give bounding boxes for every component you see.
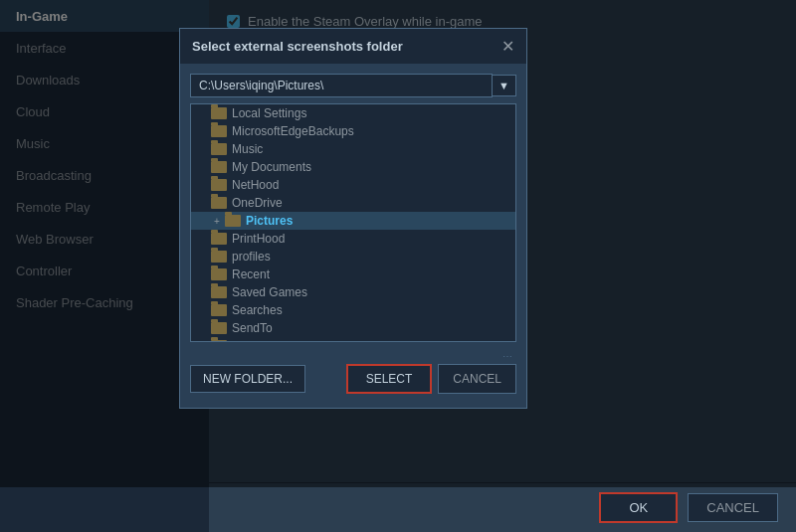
folder-icon — [211, 197, 227, 209]
expand-icon: + — [211, 215, 223, 227]
folder-icon — [211, 125, 227, 137]
modal-action-buttons: SELECT CANCEL — [346, 364, 516, 394]
file-tree[interactable]: Local Settings MicrosoftEdgeBackups Musi… — [190, 103, 516, 342]
folder-icon — [211, 322, 227, 334]
tree-item-my-documents[interactable]: My Documents — [191, 158, 515, 176]
modal-header: Select external screenshots folder ✕ — [180, 29, 526, 64]
tree-label: Recent — [232, 267, 270, 281]
tree-item-local-settings[interactable]: Local Settings — [191, 104, 515, 122]
path-dropdown-button[interactable]: ▼ — [493, 75, 516, 96]
tree-item-profiles[interactable]: profiles — [191, 248, 515, 266]
modal-cancel-button[interactable]: CANCEL — [438, 364, 516, 394]
new-folder-button[interactable]: NEW FOLDER... — [190, 365, 305, 393]
tree-label: Start Menu — [232, 339, 291, 342]
folder-icon — [211, 161, 227, 173]
tree-item-saved-games[interactable]: Saved Games — [191, 283, 515, 301]
tree-label: Pictures — [246, 214, 293, 228]
path-row: ▼ — [190, 74, 516, 97]
folder-icon — [211, 268, 227, 280]
path-input[interactable] — [190, 74, 493, 97]
tree-label: Saved Games — [232, 285, 307, 299]
tree-item-sendto[interactable]: SendTo — [191, 319, 515, 337]
tree-label: Searches — [232, 303, 283, 317]
tree-label: PrintHood — [232, 232, 285, 246]
tree-item-printhood[interactable]: PrintHood — [191, 230, 515, 248]
resize-handle[interactable]: ⋯ — [190, 350, 516, 364]
tree-label: Local Settings — [232, 106, 306, 120]
folder-icon — [211, 340, 227, 342]
bottom-bar: OK CANCEL — [209, 482, 796, 532]
tree-label: NetHood — [232, 178, 279, 192]
modal-dialog: Select external screenshots folder ✕ ▼ L… — [179, 28, 527, 409]
tree-label: profiles — [232, 250, 271, 264]
tree-item-start-menu[interactable]: Start Menu — [191, 337, 515, 342]
modal-title: Select external screenshots folder — [192, 39, 403, 54]
folder-icon — [211, 251, 227, 263]
tree-item-music[interactable]: Music — [191, 140, 515, 158]
folder-icon — [211, 304, 227, 316]
tree-label: Music — [232, 142, 263, 156]
modal-close-button[interactable]: ✕ — [501, 37, 514, 56]
modal-footer: NEW FOLDER... SELECT CANCEL — [190, 364, 516, 398]
tree-label: My Documents — [232, 160, 311, 174]
tree-item-recent[interactable]: Recent — [191, 266, 515, 283]
folder-icon — [211, 107, 227, 119]
folder-icon — [211, 286, 227, 298]
tree-label: OneDrive — [232, 196, 283, 210]
folder-icon — [211, 179, 227, 191]
ok-button[interactable]: OK — [599, 492, 678, 523]
tree-item-onedrive[interactable]: OneDrive — [191, 194, 515, 212]
cancel-main-button[interactable]: CANCEL — [688, 493, 778, 522]
tree-item-pictures[interactable]: + Pictures — [191, 212, 515, 230]
tree-label: MicrosoftEdgeBackups — [232, 124, 354, 138]
folder-icon — [211, 143, 227, 155]
modal-body: ▼ Local Settings MicrosoftEdgeBackups Mu… — [180, 64, 526, 408]
tree-item-searches[interactable]: Searches — [191, 301, 515, 319]
folder-icon — [211, 233, 227, 245]
tree-label: SendTo — [232, 321, 273, 335]
folder-icon — [225, 215, 241, 227]
tree-item-nethood[interactable]: NetHood — [191, 176, 515, 194]
tree-item-ms-edge-backups[interactable]: MicrosoftEdgeBackups — [191, 122, 515, 140]
select-button[interactable]: SELECT — [346, 364, 433, 394]
